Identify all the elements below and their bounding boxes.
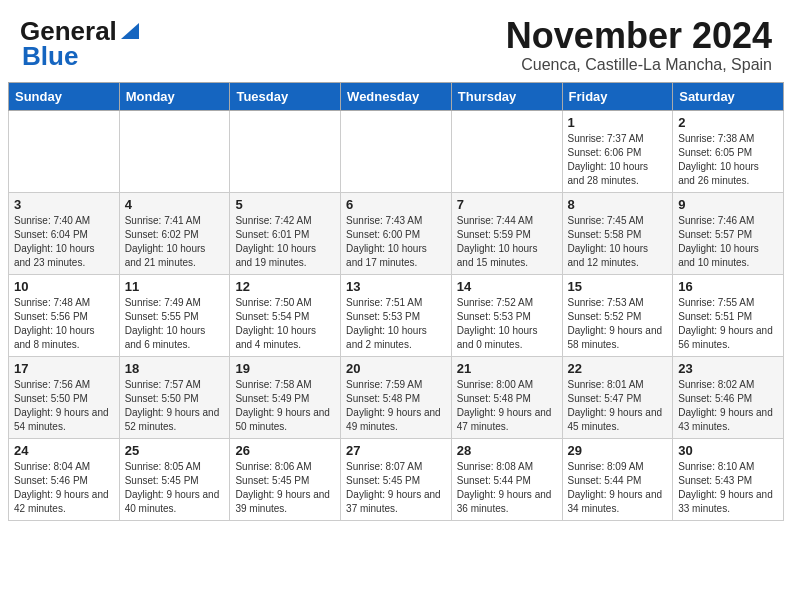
calendar-day-cell: 24Sunrise: 8:04 AM Sunset: 5:46 PM Dayli… [9,438,120,520]
calendar-day-cell: 1Sunrise: 7:37 AM Sunset: 6:06 PM Daylig… [562,110,673,192]
day-info: Sunrise: 8:08 AM Sunset: 5:44 PM Dayligh… [457,460,557,516]
calendar-body: 1Sunrise: 7:37 AM Sunset: 6:06 PM Daylig… [9,110,784,520]
calendar-table: SundayMondayTuesdayWednesdayThursdayFrid… [8,82,784,521]
day-info: Sunrise: 8:06 AM Sunset: 5:45 PM Dayligh… [235,460,335,516]
day-of-week-header: Wednesday [341,82,452,110]
logo-blue: Blue [22,41,78,72]
day-number: 29 [568,443,668,458]
day-info: Sunrise: 8:09 AM Sunset: 5:44 PM Dayligh… [568,460,668,516]
calendar-day-cell [341,110,452,192]
day-info: Sunrise: 7:45 AM Sunset: 5:58 PM Dayligh… [568,214,668,270]
day-number: 10 [14,279,114,294]
calendar-header-row: SundayMondayTuesdayWednesdayThursdayFrid… [9,82,784,110]
day-info: Sunrise: 7:56 AM Sunset: 5:50 PM Dayligh… [14,378,114,434]
day-info: Sunrise: 8:00 AM Sunset: 5:48 PM Dayligh… [457,378,557,434]
calendar-day-cell: 10Sunrise: 7:48 AM Sunset: 5:56 PM Dayli… [9,274,120,356]
day-number: 25 [125,443,225,458]
day-of-week-header: Tuesday [230,82,341,110]
day-info: Sunrise: 7:37 AM Sunset: 6:06 PM Dayligh… [568,132,668,188]
day-info: Sunrise: 7:48 AM Sunset: 5:56 PM Dayligh… [14,296,114,352]
calendar-day-cell: 4Sunrise: 7:41 AM Sunset: 6:02 PM Daylig… [119,192,230,274]
logo: General Blue [20,16,141,72]
calendar-day-cell: 2Sunrise: 7:38 AM Sunset: 6:05 PM Daylig… [673,110,784,192]
calendar-day-cell: 16Sunrise: 7:55 AM Sunset: 5:51 PM Dayli… [673,274,784,356]
calendar-day-cell: 7Sunrise: 7:44 AM Sunset: 5:59 PM Daylig… [451,192,562,274]
day-number: 24 [14,443,114,458]
calendar-day-cell: 3Sunrise: 7:40 AM Sunset: 6:04 PM Daylig… [9,192,120,274]
day-of-week-header: Thursday [451,82,562,110]
day-number: 4 [125,197,225,212]
day-of-week-header: Saturday [673,82,784,110]
day-number: 19 [235,361,335,376]
calendar-day-cell: 21Sunrise: 8:00 AM Sunset: 5:48 PM Dayli… [451,356,562,438]
day-number: 23 [678,361,778,376]
calendar-day-cell: 8Sunrise: 7:45 AM Sunset: 5:58 PM Daylig… [562,192,673,274]
calendar-day-cell: 26Sunrise: 8:06 AM Sunset: 5:45 PM Dayli… [230,438,341,520]
calendar-day-cell: 15Sunrise: 7:53 AM Sunset: 5:52 PM Dayli… [562,274,673,356]
day-info: Sunrise: 8:01 AM Sunset: 5:47 PM Dayligh… [568,378,668,434]
title-block: November 2024 Cuenca, Castille-La Mancha… [506,16,772,74]
day-info: Sunrise: 7:49 AM Sunset: 5:55 PM Dayligh… [125,296,225,352]
calendar-day-cell: 19Sunrise: 7:58 AM Sunset: 5:49 PM Dayli… [230,356,341,438]
day-number: 30 [678,443,778,458]
day-of-week-header: Monday [119,82,230,110]
calendar-day-cell: 5Sunrise: 7:42 AM Sunset: 6:01 PM Daylig… [230,192,341,274]
day-of-week-header: Sunday [9,82,120,110]
day-info: Sunrise: 7:55 AM Sunset: 5:51 PM Dayligh… [678,296,778,352]
calendar-day-cell: 28Sunrise: 8:08 AM Sunset: 5:44 PM Dayli… [451,438,562,520]
day-info: Sunrise: 7:43 AM Sunset: 6:00 PM Dayligh… [346,214,446,270]
day-number: 1 [568,115,668,130]
day-info: Sunrise: 7:50 AM Sunset: 5:54 PM Dayligh… [235,296,335,352]
calendar-day-cell [230,110,341,192]
day-info: Sunrise: 8:02 AM Sunset: 5:46 PM Dayligh… [678,378,778,434]
day-number: 5 [235,197,335,212]
calendar-week-row: 3Sunrise: 7:40 AM Sunset: 6:04 PM Daylig… [9,192,784,274]
day-info: Sunrise: 7:52 AM Sunset: 5:53 PM Dayligh… [457,296,557,352]
day-info: Sunrise: 8:04 AM Sunset: 5:46 PM Dayligh… [14,460,114,516]
day-number: 6 [346,197,446,212]
day-number: 7 [457,197,557,212]
calendar-day-cell: 18Sunrise: 7:57 AM Sunset: 5:50 PM Dayli… [119,356,230,438]
day-number: 22 [568,361,668,376]
day-of-week-header: Friday [562,82,673,110]
day-number: 12 [235,279,335,294]
day-number: 8 [568,197,668,212]
calendar-week-row: 24Sunrise: 8:04 AM Sunset: 5:46 PM Dayli… [9,438,784,520]
day-number: 11 [125,279,225,294]
day-number: 21 [457,361,557,376]
calendar-day-cell: 9Sunrise: 7:46 AM Sunset: 5:57 PM Daylig… [673,192,784,274]
day-number: 17 [14,361,114,376]
calendar-day-cell: 13Sunrise: 7:51 AM Sunset: 5:53 PM Dayli… [341,274,452,356]
page-header: General Blue November 2024 Cuenca, Casti… [0,0,792,82]
calendar-week-row: 1Sunrise: 7:37 AM Sunset: 6:06 PM Daylig… [9,110,784,192]
day-number: 14 [457,279,557,294]
calendar-day-cell: 22Sunrise: 8:01 AM Sunset: 5:47 PM Dayli… [562,356,673,438]
day-number: 2 [678,115,778,130]
calendar-day-cell: 30Sunrise: 8:10 AM Sunset: 5:43 PM Dayli… [673,438,784,520]
calendar-day-cell: 11Sunrise: 7:49 AM Sunset: 5:55 PM Dayli… [119,274,230,356]
month-title: November 2024 [506,16,772,56]
day-number: 13 [346,279,446,294]
day-number: 15 [568,279,668,294]
day-info: Sunrise: 7:38 AM Sunset: 6:05 PM Dayligh… [678,132,778,188]
day-info: Sunrise: 7:59 AM Sunset: 5:48 PM Dayligh… [346,378,446,434]
day-number: 18 [125,361,225,376]
calendar-day-cell: 23Sunrise: 8:02 AM Sunset: 5:46 PM Dayli… [673,356,784,438]
day-info: Sunrise: 7:40 AM Sunset: 6:04 PM Dayligh… [14,214,114,270]
day-number: 9 [678,197,778,212]
day-number: 3 [14,197,114,212]
day-info: Sunrise: 7:44 AM Sunset: 5:59 PM Dayligh… [457,214,557,270]
calendar-day-cell: 12Sunrise: 7:50 AM Sunset: 5:54 PM Dayli… [230,274,341,356]
day-number: 16 [678,279,778,294]
day-info: Sunrise: 8:07 AM Sunset: 5:45 PM Dayligh… [346,460,446,516]
calendar-day-cell [119,110,230,192]
calendar-day-cell: 20Sunrise: 7:59 AM Sunset: 5:48 PM Dayli… [341,356,452,438]
location-subtitle: Cuenca, Castille-La Mancha, Spain [506,56,772,74]
calendar-week-row: 17Sunrise: 7:56 AM Sunset: 5:50 PM Dayli… [9,356,784,438]
calendar-day-cell [451,110,562,192]
day-info: Sunrise: 7:53 AM Sunset: 5:52 PM Dayligh… [568,296,668,352]
logo-arrow-icon [119,19,141,41]
day-number: 20 [346,361,446,376]
calendar-day-cell: 17Sunrise: 7:56 AM Sunset: 5:50 PM Dayli… [9,356,120,438]
day-info: Sunrise: 8:05 AM Sunset: 5:45 PM Dayligh… [125,460,225,516]
